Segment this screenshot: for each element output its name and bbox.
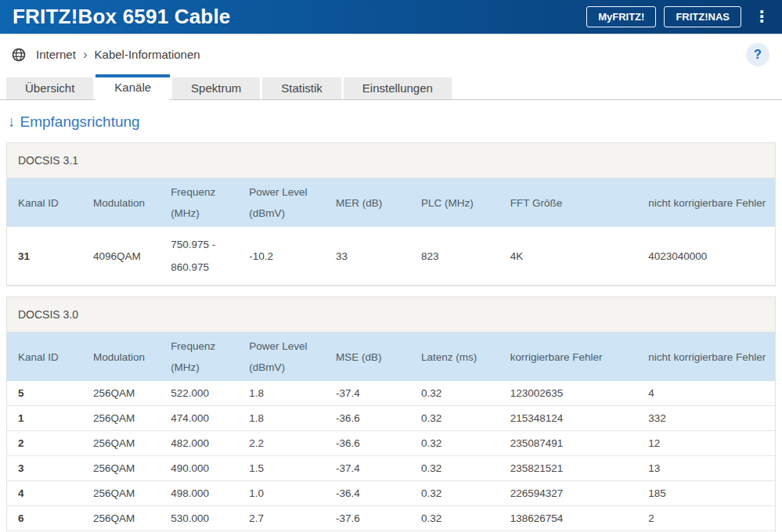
table-row: 31 4096QAM 750.975 - 860.975 -10.2 33 82…: [7, 227, 775, 286]
column-header: Kanal ID: [7, 178, 85, 227]
column-header: nicht korrigierbare Fehler: [640, 178, 775, 227]
cell: 750.975 - 860.975: [163, 227, 241, 286]
chevron-right-icon: ›: [83, 47, 88, 63]
table-row: 4 256QAM 498.000 1.0 -36.4 0.32 22659432…: [7, 481, 775, 506]
column-header: nicht korrigierbare Fehler: [640, 332, 775, 381]
arrow-down-icon: ↓: [8, 113, 16, 130]
cell: 1.8: [241, 381, 328, 406]
cell: 2: [640, 506, 775, 531]
cell: 4: [640, 381, 775, 406]
cell: 256QAM: [85, 481, 163, 506]
app-title: FRITZ!Box 6591 Cable: [13, 5, 578, 29]
cell: 138626754: [503, 506, 641, 531]
cell: 123002635: [503, 381, 641, 406]
table-row: 6 256QAM 530.000 2.7 -37.6 0.32 13862675…: [7, 506, 775, 531]
cell: 0.32: [413, 456, 503, 481]
kebab-menu-icon[interactable]: ⋮: [754, 6, 769, 27]
tab-spektrum[interactable]: Spektrum: [172, 77, 260, 99]
cell: 1.5: [241, 456, 328, 481]
cell: 235821521: [503, 456, 641, 481]
column-header: FFT Größe: [503, 178, 641, 227]
cell: 256QAM: [85, 431, 163, 456]
column-header: Kanal ID: [7, 332, 85, 381]
globe-icon: [11, 47, 27, 63]
column-header: PLC (MHz): [413, 178, 503, 227]
tab-kanaele[interactable]: Kanäle: [95, 74, 170, 100]
cell: 185: [640, 481, 775, 506]
cell: 226594327: [503, 481, 641, 506]
cell: -36.6: [328, 431, 413, 456]
empfangsrichtung-label: Empfangsrichtung: [20, 113, 140, 130]
docsis31-title: DOCSIS 3.1: [7, 143, 775, 178]
cell: 3: [7, 456, 85, 481]
cell: 31: [7, 227, 85, 286]
docsis30-panel: DOCSIS 3.0 Kanal ID Modulation Frequenz …: [6, 297, 776, 532]
column-header: Modulation: [85, 178, 163, 227]
docsis30-title: DOCSIS 3.0: [7, 297, 775, 332]
table-header-row: Kanal ID Modulation Frequenz (MHz) Power…: [7, 332, 775, 381]
cell: 12: [640, 431, 775, 456]
cell: 1: [7, 406, 85, 431]
cell: 2.2: [241, 431, 328, 456]
breadcrumb: Internet › Kabel-Informationen ?: [0, 34, 782, 74]
cell: 215348124: [503, 406, 641, 431]
cell: 0.32: [413, 381, 503, 406]
cell: 0.32: [413, 481, 503, 506]
column-header: Power Level (dBmV): [241, 178, 328, 227]
column-header: Latenz (ms): [413, 332, 503, 381]
cell: 4096QAM: [85, 227, 163, 286]
myfritz-button[interactable]: MyFRITZ!: [586, 6, 656, 27]
cell: 4: [7, 481, 85, 506]
cell: 6: [7, 506, 85, 531]
docsis31-panel: DOCSIS 3.1 Kanal ID Modulation Frequenz …: [6, 142, 776, 286]
breadcrumb-item-internet[interactable]: Internet: [36, 48, 76, 61]
cell: -36.6: [328, 406, 413, 431]
table-row: 3 256QAM 490.000 1.5 -37.4 0.32 23582152…: [7, 456, 775, 481]
table-row: 2 256QAM 482.000 2.2 -36.6 0.32 23508749…: [7, 431, 775, 456]
cell: 2.7: [241, 506, 328, 531]
cell: 256QAM: [85, 506, 163, 531]
empfangsrichtung-toggle[interactable]: ↓Empfangsrichtung: [8, 113, 140, 131]
cell: 522.000: [163, 381, 241, 406]
cell: 530.000: [163, 506, 241, 531]
cell: 0.32: [413, 431, 503, 456]
column-header: MSE (dB): [328, 332, 413, 381]
cell: 332: [640, 406, 775, 431]
cell: 4K: [503, 227, 641, 286]
tab-uebersicht[interactable]: Übersicht: [6, 77, 93, 99]
help-button[interactable]: ?: [746, 43, 769, 66]
table-row: 1 256QAM 474.000 1.8 -36.6 0.32 21534812…: [7, 406, 775, 431]
fritznas-button[interactable]: FRITZ!NAS: [664, 6, 741, 27]
cell: 5: [7, 381, 85, 406]
table-header-row: Kanal ID Modulation Frequenz (MHz) Power…: [7, 178, 775, 227]
cell: 0.32: [413, 406, 503, 431]
tab-bar: Übersicht Kanäle Spektrum Statistik Eins…: [0, 74, 782, 100]
cell: 823: [413, 227, 503, 286]
app-header: FRITZ!Box 6591 Cable MyFRITZ! FRITZ!NAS …: [0, 0, 782, 34]
cell: -37.4: [328, 381, 413, 406]
cell: 490.000: [163, 456, 241, 481]
cell: -10.2: [241, 227, 328, 286]
cell: 0.32: [413, 506, 503, 531]
column-header: Frequenz (MHz): [163, 332, 241, 381]
cell: 235087491: [503, 431, 641, 456]
column-header: MER (dB): [328, 178, 413, 227]
cell: 33: [328, 227, 413, 286]
cell: -37.4: [328, 456, 413, 481]
column-header: Frequenz (MHz): [163, 178, 241, 227]
cell: -37.6: [328, 506, 413, 531]
cell: 482.000: [163, 431, 241, 456]
cell: 256QAM: [85, 381, 163, 406]
cell: 2: [7, 431, 85, 456]
docsis30-table: Kanal ID Modulation Frequenz (MHz) Power…: [7, 332, 775, 532]
tab-einstellungen[interactable]: Einstellungen: [344, 77, 452, 99]
cell: 13: [640, 456, 775, 481]
docsis31-table: Kanal ID Modulation Frequenz (MHz) Power…: [7, 178, 775, 286]
cell: 256QAM: [85, 406, 163, 431]
cell: 474.000: [163, 406, 241, 431]
cell: 1.0: [241, 481, 328, 506]
column-header: korrigierbare Fehler: [503, 332, 641, 381]
table-row: 5 256QAM 522.000 1.8 -37.4 0.32 12300263…: [7, 381, 775, 406]
breadcrumb-item-kabel-informationen: Kabel-Informationen: [95, 48, 200, 61]
tab-statistik[interactable]: Statistik: [262, 77, 341, 99]
